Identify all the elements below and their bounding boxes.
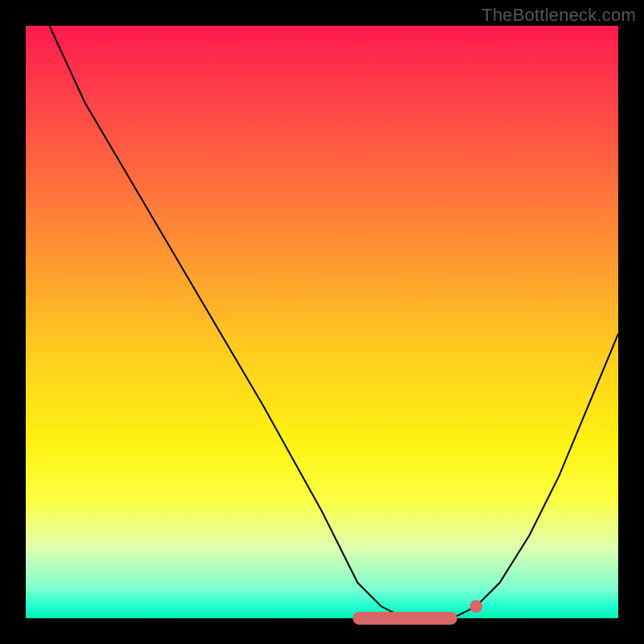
chart-svg (26, 26, 618, 618)
chart-container: TheBottleneck.com (0, 0, 644, 644)
bottleneck-curve (49, 26, 618, 618)
optimal-zone-marker (353, 612, 457, 625)
watermark-text: TheBottleneck.com (481, 5, 636, 26)
highlight-dot (469, 600, 482, 613)
